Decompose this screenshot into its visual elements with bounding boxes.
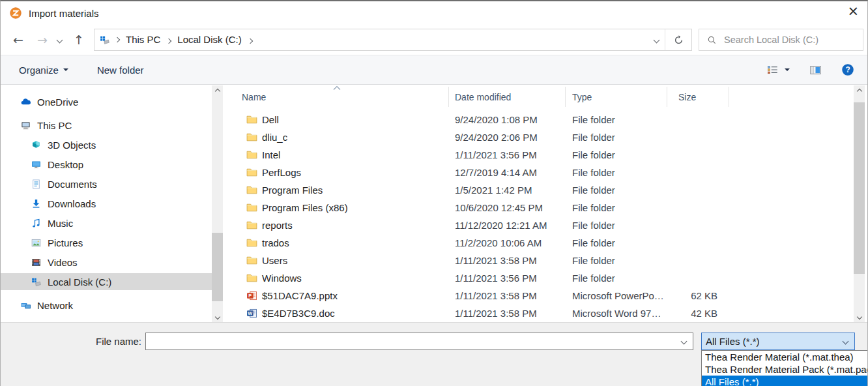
- type-cell: File folder: [566, 149, 667, 160]
- scroll-down-button[interactable]: [854, 311, 865, 322]
- table-row[interactable]: Dell9/24/2020 1:08 PMFile folder: [225, 111, 867, 128]
- scroll-down-button[interactable]: [212, 311, 223, 322]
- drive-icon: [31, 276, 42, 288]
- table-row[interactable]: Program Files (x86)10/6/2020 12:45 PMFil…: [225, 199, 867, 216]
- chevron-down-icon: [56, 37, 63, 43]
- file-name-cell: Intel: [225, 149, 449, 160]
- sidebar-item-label: 3D Objects: [48, 140, 96, 151]
- table-row[interactable]: trados11/2/2020 10:06 AMFile folder: [225, 234, 867, 252]
- type-cell: File folder: [566, 220, 667, 231]
- sidebar-item-onedrive[interactable]: OneDrive: [1, 93, 212, 110]
- sidebar-item-desktop[interactable]: Desktop: [1, 156, 212, 173]
- table-row[interactable]: W$E4D7B3C9.doc1/11/2021 3:58 PMMicrosoft…: [225, 304, 867, 322]
- scroll-up-button[interactable]: [212, 85, 223, 96]
- file-list-scrollbar[interactable]: [854, 85, 865, 322]
- type-cell: File folder: [566, 237, 667, 248]
- sidebar-item-downloads[interactable]: Downloads: [1, 195, 212, 212]
- up-button[interactable]: ↑: [70, 33, 87, 47]
- pptx-icon: P: [246, 290, 257, 301]
- column-header-date-modified[interactable]: Date modified: [449, 87, 566, 107]
- sidebar-item-label: Local Disk (C:): [48, 276, 111, 288]
- new-folder-button[interactable]: New folder: [97, 65, 144, 76]
- type-cell: File folder: [566, 167, 667, 178]
- date-modified-cell: 9/24/2020 1:08 PM: [449, 114, 566, 125]
- date-modified-cell: 1/11/2021 3:56 PM: [449, 273, 566, 284]
- chevron-down-icon: [653, 37, 659, 43]
- address-dropdown-button[interactable]: [648, 29, 665, 50]
- breadcrumb-chevron-icon[interactable]: [167, 39, 171, 43]
- chevron-down-icon[interactable]: [681, 338, 687, 345]
- scrollbar-thumb[interactable]: [212, 233, 223, 301]
- main-area: OneDriveThis PC3D ObjectsDesktopDocument…: [1, 85, 867, 322]
- filetype-option-thea-render-material-mat-thea[interactable]: Thea Render Material (*.mat.thea): [702, 351, 868, 363]
- column-header-size[interactable]: Size: [667, 87, 729, 107]
- sidebar-item-label: This PC: [37, 120, 72, 131]
- table-row[interactable]: Windows1/11/2021 3:56 PMFile folder: [225, 269, 867, 287]
- sidebar-scrollbar[interactable]: [212, 85, 223, 322]
- sidebar-item-local-disk-c[interactable]: Local Disk (C:): [1, 273, 212, 290]
- folder-icon: [246, 149, 257, 160]
- history-dropdown-button[interactable]: [53, 38, 65, 42]
- sidebar-item-this-pc[interactable]: This PC: [1, 117, 212, 134]
- file-name-cell: Program Files (x86): [225, 202, 449, 213]
- help-icon: ?: [841, 63, 854, 76]
- table-row[interactable]: dliu_c9/24/2020 2:06 PMFile folder: [225, 128, 867, 146]
- file-name-text: $E4D7B3C9.doc: [262, 308, 335, 319]
- sidebar-item-documents[interactable]: Documents: [1, 175, 212, 192]
- sidebar-item-label: Music: [48, 218, 73, 229]
- sidebar-item-music[interactable]: Music: [1, 215, 212, 231]
- folder-icon: [246, 273, 257, 284]
- table-row[interactable]: reports11/12/2020 12:21 AMFile folder: [225, 216, 867, 234]
- scrollbar-thumb[interactable]: [854, 102, 865, 274]
- close-button[interactable]: ×: [847, 5, 859, 18]
- breadcrumb-item-this-pc[interactable]: This PC: [121, 34, 166, 45]
- folder-icon: [246, 132, 257, 143]
- organize-button[interactable]: Organize: [19, 65, 68, 76]
- file-rows: Dell9/24/2020 1:08 PMFile folderdliu_c9/…: [225, 107, 867, 322]
- filetype-option-all-files[interactable]: All Files (*.*): [702, 376, 868, 386]
- file-type-select[interactable]: All Files (*.*): [701, 333, 855, 350]
- table-row[interactable]: Users1/11/2021 3:58 PMFile folder: [225, 252, 867, 269]
- sidebar-item-network[interactable]: Network: [1, 297, 212, 314]
- type-cell: Microsoft Word 97…: [566, 308, 667, 319]
- forward-button[interactable]: →: [34, 33, 51, 47]
- file-name-cell: P$51DAC7A9.pptx: [225, 290, 449, 301]
- file-name-cell: trados: [225, 237, 449, 248]
- help-button[interactable]: ?: [841, 63, 854, 76]
- sort-ascending-icon: [333, 85, 341, 91]
- refresh-icon: [673, 35, 684, 46]
- address-bar[interactable]: This PCLocal Disk (C:): [94, 29, 692, 51]
- date-modified-cell: 1/11/2021 3:58 PM: [449, 290, 566, 301]
- breadcrumb-item-local-disk-c[interactable]: Local Disk (C:): [172, 34, 246, 45]
- folder-icon: [246, 114, 257, 125]
- sidebar-item-label: Pictures: [48, 237, 83, 248]
- sidebar-item-3d-objects[interactable]: 3D Objects: [1, 136, 212, 153]
- column-header-type[interactable]: Type: [566, 87, 667, 107]
- onedrive-icon: [20, 96, 31, 108]
- file-list: Name Date modified Type Size Dell9/24/20…: [225, 85, 867, 322]
- date-modified-cell: 1/11/2021 3:58 PM: [449, 308, 566, 319]
- breadcrumb-chevron-icon[interactable]: [248, 39, 252, 43]
- filetype-option-thea-render-material-pack-mat-pack[interactable]: Thea Render Material Pack (*.mat.pack): [702, 363, 868, 376]
- change-view-button[interactable]: [767, 64, 790, 76]
- scroll-up-button[interactable]: [854, 85, 865, 96]
- refresh-button[interactable]: [665, 29, 691, 50]
- preview-pane-button[interactable]: [809, 64, 822, 76]
- sidebar-item-pictures[interactable]: Pictures: [1, 234, 212, 251]
- size-cell: 42 KB: [667, 308, 729, 319]
- back-button[interactable]: ←: [10, 33, 27, 47]
- search-input[interactable]: [723, 34, 863, 46]
- file-name-text: Intel: [262, 149, 280, 160]
- table-row[interactable]: Intel1/11/2021 3:56 PMFile folder: [225, 146, 867, 164]
- file-name-text: Program Files (x86): [262, 202, 348, 213]
- sidebar-item-videos[interactable]: Videos: [1, 254, 212, 271]
- sidebar-item-label: Desktop: [48, 159, 83, 170]
- table-row[interactable]: PerfLogs12/7/2019 4:14 AMFile folder: [225, 164, 867, 181]
- file-name-text: reports: [262, 220, 293, 231]
- videos-icon: [31, 257, 42, 268]
- file-name-text: $51DAC7A9.pptx: [262, 290, 338, 301]
- table-row[interactable]: P$51DAC7A9.pptx1/11/2021 3:58 PMMicrosof…: [225, 287, 867, 304]
- file-name-text: Users: [262, 255, 287, 266]
- table-row[interactable]: Program Files1/5/2021 1:42 PMFile folder: [225, 181, 867, 199]
- file-name-input[interactable]: [147, 334, 677, 350]
